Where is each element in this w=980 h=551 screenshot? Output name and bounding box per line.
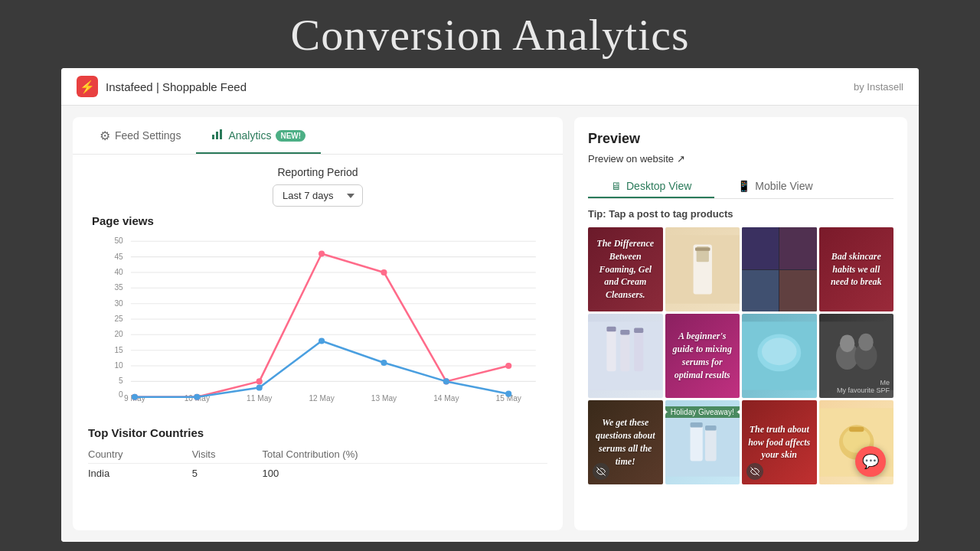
svg-text:15: 15 [114,346,123,354]
svg-text:0: 0 [119,390,123,399]
svg-text:35: 35 [114,283,123,292]
tip-content: Tap a post to tag products [609,208,733,220]
mobile-view-label: Mobile View [755,180,812,192]
hidden-icon-9[interactable] [593,463,609,480]
svg-text:25: 25 [114,315,123,323]
svg-rect-48 [695,248,710,251]
line-chart: 50 45 40 35 30 25 20 15 10 5 0 [92,231,544,407]
reporting-select[interactable]: Last 7 days Last 30 days Last 90 days [273,184,363,207]
svg-rect-67 [705,427,717,461]
svg-rect-2 [220,129,222,139]
svg-point-42 [381,360,387,366]
desktop-view-label: Desktop View [626,180,691,192]
item-8-label: Me [837,379,890,386]
reporting-label: Reporting Period [277,166,358,178]
svg-point-58 [762,337,797,365]
product-image-7 [742,314,817,398]
preview-title: Preview [588,131,893,147]
svg-rect-54 [620,330,629,335]
feed-item-2[interactable] [665,227,740,311]
page-title-bar: Conversion Analytics [0,0,980,68]
countries-table: Country Visits Total Contribution (%) In… [88,445,547,483]
svg-rect-51 [620,331,629,372]
feed-item-3[interactable] [742,227,817,311]
feed-grid: The Difference Between Foaming, Gel and … [588,227,893,484]
svg-text:20: 20 [114,330,123,338]
chart-section: Page views [88,214,547,407]
col-country: Country [88,445,192,464]
tab-mobile-view[interactable]: 📱 Mobile View [714,174,835,198]
svg-point-62 [839,334,854,352]
svg-text:12 May: 12 May [309,394,335,403]
feed-item-1[interactable]: The Difference Between Foaming, Gel and … [588,227,663,311]
svg-point-35 [381,269,387,276]
desktop-icon: 🖥 [611,180,622,192]
feed-item-5[interactable] [588,314,663,398]
svg-point-43 [443,378,449,384]
feed-item-9[interactable]: We get these questions about serums all … [588,400,663,484]
item-8-sublabel: My favourite SPF [837,386,890,394]
svg-point-34 [318,250,325,256]
right-panel: Preview Preview on website ↗ 🖥 Desktop V… [574,117,907,530]
top-countries-title: Top Visitor Countries [88,426,547,439]
left-panel: ⚙ Feed Settings Analytics NEW! [73,117,563,530]
preview-link[interactable]: Preview on website ↗ [588,153,893,165]
page-title: Conversion Analytics [0,9,980,60]
svg-point-39 [194,394,200,400]
hidden-icon-11[interactable] [746,463,763,480]
country-visits: 5 [192,464,263,484]
chat-bubble[interactable]: 💬 [855,446,886,477]
product-image-12 [819,400,894,484]
svg-rect-52 [634,329,643,371]
feed-item-7[interactable] [742,314,817,398]
new-badge: NEW! [276,130,305,142]
svg-point-37 [505,363,511,369]
svg-text:40: 40 [114,268,123,276]
svg-rect-0 [212,135,214,139]
feed-item-11[interactable]: The truth about how food affects your sk… [742,400,817,484]
gear-icon: ⚙ [100,129,110,143]
svg-point-44 [505,391,511,397]
svg-point-40 [256,384,263,390]
svg-point-33 [256,378,263,384]
top-countries-section: Top Visitor Countries Country Visits Tot… [73,419,563,483]
svg-text:5: 5 [119,377,123,385]
feed-item-10[interactable]: ✦ Holiday Giveaway! ✦ [665,400,740,484]
svg-rect-53 [606,327,616,332]
tab-feed-settings[interactable]: ⚙ Feed Settings [84,118,196,154]
chart-icon [211,128,224,143]
reporting-section: Reporting Period Last 7 days Last 30 day… [88,166,547,207]
tab-desktop-view[interactable]: 🖥 Desktop View [588,174,714,198]
feed-settings-label: Feed Settings [115,129,181,142]
svg-rect-74 [849,427,864,432]
app-header-left: ⚡ Instafeed | Shoppable Feed [77,76,247,97]
feed-item-4[interactable]: Bad skincare habits we all need to break [819,227,894,311]
svg-text:30: 30 [114,299,123,308]
svg-rect-69 [705,425,717,431]
feed-text-6: A beginner's guide to mixing serums for … [671,330,734,381]
tip-label: Tip: [588,208,606,220]
holiday-badge: ✦ Holiday Giveaway! ✦ [665,406,740,418]
feed-item-12[interactable]: 💬 [819,400,894,484]
table-row: India 5 100 [88,464,547,484]
external-link-icon: ↗ [677,153,685,165]
app-header-by: by Instasell [854,81,903,93]
svg-text:14 May: 14 May [433,394,459,403]
app-logo: ⚡ [77,76,98,97]
feed-item-8[interactable]: Me My favourite SPF [819,314,894,398]
svg-rect-68 [690,422,702,428]
panel-content: Reporting Period Last 7 days Last 30 day… [73,155,563,419]
col-visits: Visits [192,445,263,464]
mobile-icon: 📱 [737,180,750,192]
feed-text-4: Bad skincare habits we all need to break [825,250,888,289]
preview-link-text: Preview on website [588,153,674,165]
feed-item-6[interactable]: A beginner's guide to mixing serums for … [665,314,740,398]
feed-text-11: The truth about how food affects your sk… [748,423,811,461]
tab-analytics[interactable]: Analytics NEW! [196,117,321,154]
svg-rect-66 [690,424,702,461]
app-header: ⚡ Instafeed | Shoppable Feed by Instasel… [61,68,919,106]
svg-rect-1 [216,132,218,139]
country-name: India [88,464,192,484]
view-tabs: 🖥 Desktop View 📱 Mobile View [588,174,893,199]
product-image-5 [588,314,663,398]
